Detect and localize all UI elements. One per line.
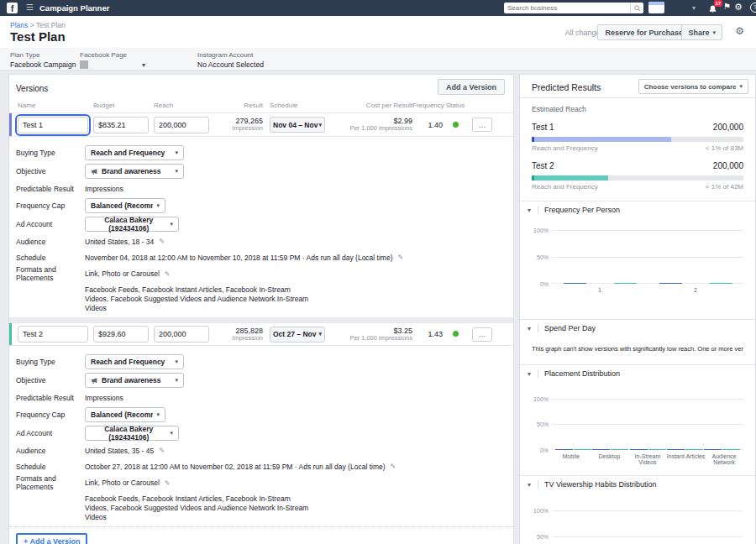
edit-icon[interactable]: ✎ [159, 447, 165, 454]
predicted-results-title: Predicted Results [532, 82, 601, 92]
bar-test1 [659, 283, 682, 284]
buying-type-dropdown[interactable]: Reach and Frequency ▾ [85, 145, 184, 160]
audience-label: Audience [16, 447, 85, 455]
edit-icon[interactable]: ✎ [165, 479, 171, 487]
top-navigation-bar: f ☰ Campaign Planner ▾ 17 ⚑ ⚙ ? [0, 0, 756, 16]
add-version-link[interactable]: + Add a Version [16, 533, 87, 544]
spend-per-day-section: ▾ Spend Per Day This graph can't show ve… [520, 319, 755, 353]
frequency-per-person-section: ▾ Frequency Per Person 100% 50% 0% [520, 201, 755, 319]
audience-label: Audience [16, 238, 85, 246]
version-row: 279,265 Impression Nov 04 – Nov 10 ▾ $2.… [9, 113, 513, 137]
collapse-chevron-icon[interactable]: ▾ [528, 325, 531, 332]
schedule-label: Schedule [16, 254, 85, 262]
cost-per-result-cell: $2.99 Per 1,000 impressions [330, 117, 412, 133]
reach-input[interactable] [154, 326, 209, 343]
schedule-label: Schedule [16, 463, 85, 471]
predictable-result-label: Predictable Result [16, 394, 85, 402]
result-cell: 285,828 Impression [214, 327, 263, 343]
section-title: TV Viewership Habits Distribution [544, 480, 656, 489]
objective-dropdown[interactable]: Brand awareness ▾ [85, 373, 184, 388]
profile-thumbnail[interactable] [648, 2, 664, 13]
column-header-status: Status [443, 102, 468, 109]
objective-label: Objective [16, 167, 85, 175]
collapse-chevron-icon[interactable]: ▾ [528, 370, 531, 378]
reach-input[interactable] [154, 117, 209, 133]
formats-value: Link, Photo or Carousel [85, 479, 160, 487]
add-version-button[interactable]: Add a Version [438, 79, 505, 95]
formats-value: Link, Photo or Carousel [85, 269, 160, 278]
breadcrumb-separator: > [30, 21, 34, 29]
status-dot [453, 331, 459, 337]
ad-account-dropdown[interactable]: Calaca Bakery (192434106) ▾ [85, 217, 179, 232]
reach-bar [532, 137, 743, 142]
x-label: Mobile [552, 453, 591, 460]
reserve-for-purchase-button[interactable]: Reserve for Purchase [597, 24, 690, 40]
buying-type-dropdown[interactable]: Reach and Frequency ▾ [85, 354, 184, 369]
reach-entry-value: 200,000 [713, 123, 743, 132]
chevron-down-icon: ▾ [175, 377, 178, 384]
frequency-cap-dropdown[interactable]: Balanced (Recommend... ▾ [85, 198, 165, 213]
menu-icon[interactable]: ☰ [26, 3, 34, 12]
version-accent [9, 323, 12, 345]
frequency-cap-label: Frequency Cap [16, 201, 85, 210]
megaphone-icon [91, 168, 98, 175]
edit-icon[interactable]: ✎ [391, 463, 396, 470]
facebook-page-selector[interactable]: ▾ [80, 60, 145, 69]
budget-input[interactable] [93, 326, 149, 343]
row-menu-button[interactable]: … [472, 118, 492, 132]
breadcrumb-link-plans[interactable]: Plans [10, 21, 28, 29]
plan-settings-button[interactable]: ⚙ [735, 25, 744, 37]
edit-icon[interactable]: ✎ [165, 270, 171, 278]
estimated-reach-section: Estimated Reach Test 1 200,000 Reach and… [520, 98, 755, 201]
schedule-dropdown[interactable]: Oct 27 – Nov 02 ▾ [270, 327, 325, 343]
version-details: Buying Type Reach and Frequency ▾ Object… [9, 137, 513, 317]
schedule-value: November 04, 2018 at 12:00 AM to Novembe… [85, 254, 393, 262]
budget-input[interactable] [93, 117, 149, 133]
breadcrumb: Plans > Test Plan [10, 21, 66, 29]
version-name-input[interactable] [18, 326, 88, 343]
audience-value: United States, 35 - 45 [85, 447, 154, 455]
x-label: Instant Articles [667, 453, 706, 460]
row-menu-button[interactable]: … [472, 327, 492, 342]
settings-gear-icon[interactable]: ⚙ [734, 2, 743, 13]
frequency-cap-dropdown[interactable]: Balanced (Recommend... ▾ [85, 407, 165, 422]
page-title: Test Plan [10, 29, 66, 44]
frequency-value: 1.43 [412, 330, 443, 338]
spend-warning-message: This graph can't show versions with sign… [532, 345, 743, 353]
version-name-input[interactable] [18, 117, 88, 133]
schedule-value: October 27, 2018 at 12:00 AM to November… [85, 463, 386, 471]
business-search[interactable] [504, 3, 643, 13]
chevron-down-icon: ▾ [170, 430, 173, 437]
bar-test1 [630, 449, 648, 450]
ad-account-label: Ad Account [16, 429, 85, 437]
objective-dropdown[interactable]: Brand awareness ▾ [85, 164, 184, 179]
notifications-button[interactable]: 17 [708, 3, 717, 18]
collapse-chevron-icon[interactable]: ▾ [528, 207, 531, 214]
instagram-account-label: Instagram Account [197, 51, 264, 59]
audience-value: United States, 18 - 34 [85, 238, 154, 246]
status-dot [453, 122, 459, 128]
help-icon[interactable]: ? [750, 3, 756, 13]
collapse-chevron-icon[interactable]: ▾ [528, 481, 531, 489]
compare-versions-dropdown[interactable]: Choose versions to compare ▾ [638, 79, 748, 94]
edit-icon[interactable]: ✎ [159, 238, 165, 245]
search-input[interactable] [504, 4, 630, 12]
frequency-cap-label: Frequency Cap [16, 411, 85, 419]
search-icon[interactable] [630, 3, 643, 13]
x-label: 1 [552, 287, 648, 296]
bar-test2 [574, 449, 591, 450]
chevron-down-icon[interactable]: ▾ [692, 4, 696, 12]
page-placeholder-icon [80, 60, 88, 69]
share-button[interactable]: Share ▾ [681, 24, 722, 40]
version-row: 285,828 Impression Oct 27 – Nov 02 ▾ $3.… [9, 322, 513, 346]
buying-type-label: Buying Type [16, 149, 85, 157]
schedule-dropdown[interactable]: Nov 04 – Nov 10 ▾ [270, 117, 325, 133]
flag-icon[interactable]: ⚑ [723, 2, 731, 11]
ad-account-dropdown[interactable]: Calaca Bakery (192434106) ▾ [85, 426, 179, 441]
chevron-down-icon: ▾ [170, 221, 173, 228]
edit-icon[interactable]: ✎ [398, 254, 404, 261]
breadcrumb-current: Test Plan [36, 21, 66, 29]
placement-chart: 100% 50% 0% [532, 399, 743, 475]
reach-bar [532, 175, 743, 180]
facebook-logo[interactable]: f [7, 3, 18, 13]
